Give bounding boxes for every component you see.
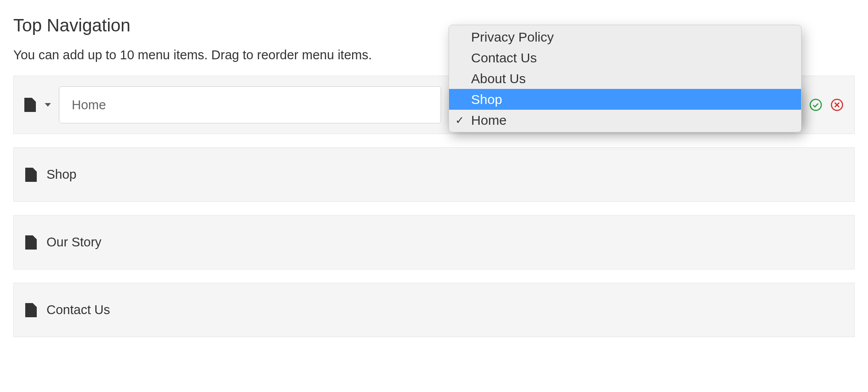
- dropdown-option[interactable]: Shop: [449, 89, 801, 110]
- page-icon: [24, 98, 36, 112]
- menu-item-link-select[interactable]: Privacy Policy Contact Us About Us Shop …: [449, 86, 801, 123]
- menu-item-row[interactable]: Our Story: [13, 215, 855, 269]
- menu-item-row[interactable]: Contact Us: [13, 283, 855, 337]
- confirm-icon[interactable]: [809, 98, 822, 111]
- cancel-icon[interactable]: [830, 98, 844, 111]
- link-dropdown-menu: Privacy Policy Contact Us About Us Shop …: [449, 25, 802, 132]
- menu-item-edit-row: Privacy Policy Contact Us About Us Shop …: [13, 76, 855, 134]
- menu-item-label: Shop: [46, 167, 77, 182]
- page-icon: [25, 168, 37, 182]
- menu-item-name-input[interactable]: [59, 86, 441, 123]
- page-icon: [25, 303, 37, 317]
- dropdown-option[interactable]: Privacy Policy: [449, 27, 801, 47]
- menu-item-label: Contact Us: [46, 303, 110, 317]
- menu-item-row[interactable]: Shop: [13, 147, 855, 202]
- chevron-down-icon[interactable]: [45, 103, 51, 107]
- dropdown-option[interactable]: About Us: [449, 68, 801, 89]
- dropdown-option[interactable]: Contact Us: [449, 47, 801, 68]
- menu-item-label: Our Story: [46, 235, 101, 250]
- dropdown-option[interactable]: Home: [449, 110, 801, 131]
- svg-point-0: [810, 100, 822, 111]
- page-icon: [25, 235, 37, 250]
